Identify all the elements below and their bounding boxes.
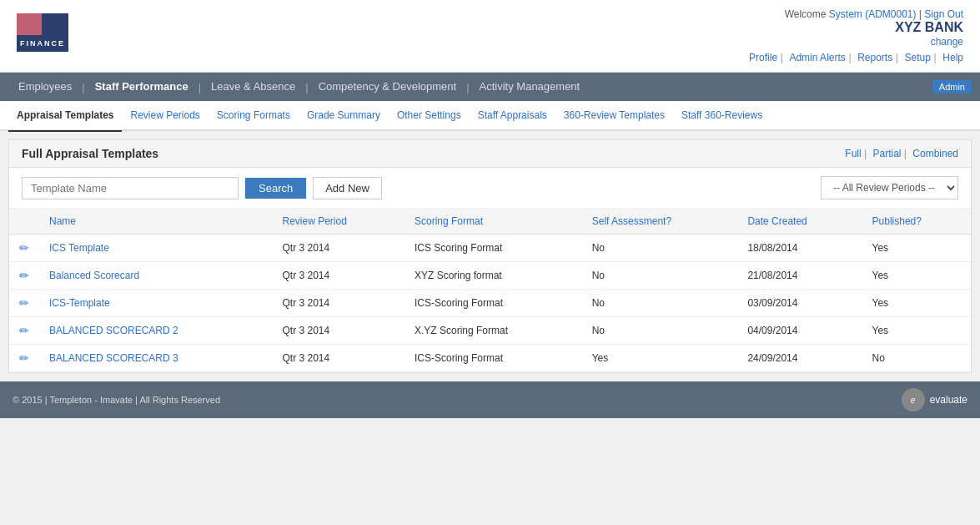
template-name-link[interactable]: ICS-Template [49,297,110,309]
logo-area: FINANCE [17,13,75,59]
view-full-link[interactable]: Full [845,148,861,159]
cell-name: ICS Template [39,235,272,262]
tab-review-periods[interactable]: Review Periods [122,100,208,130]
nav-leave-absence[interactable]: Leave & Absence [201,73,305,101]
edit-icon[interactable]: ✏ [19,241,29,255]
tab-appraisal-templates[interactable]: Appraisal Templates [8,100,122,132]
th-edit [9,209,39,235]
edit-icon-cell[interactable]: ✏ [9,262,39,290]
welcome-line: Welcome System (ADM0001) | Sign Out [746,8,963,20]
cell-date-created: 04/09/2014 [737,317,862,345]
cell-self-assessment: No [582,262,738,290]
cell-self-assessment: No [582,235,738,262]
footer-brand: evaluate [930,394,967,406]
top-nav: Profile | Admin Alerts | Reports | Setup… [746,51,963,63]
cell-review-period: Qtr 3 2014 [272,317,405,345]
table-row: ✏ BALANCED SCORECARD 2 Qtr 3 2014 X.YZ S… [9,317,971,345]
change-link[interactable]: change [931,36,963,48]
search-input[interactable] [22,177,239,199]
table-container: Name Review Period Scoring Format Self A… [9,209,971,372]
th-published[interactable]: Published? [862,209,971,235]
edit-icon[interactable]: ✏ [19,296,29,310]
cell-self-assessment: No [582,290,738,317]
edit-icon-cell[interactable]: ✏ [9,345,39,372]
th-scoring-format[interactable]: Scoring Format [405,209,582,235]
add-new-button[interactable]: Add New [313,177,382,199]
page-footer: © 2015 | Templeton - Imavate | All Right… [0,381,980,418]
template-name-link[interactable]: BALANCED SCORECARD 3 [49,352,178,364]
sign-out-link[interactable]: Sign Out [924,8,963,20]
footer-logo: e evaluate [902,388,967,411]
template-name-link[interactable]: BALANCED SCORECARD 2 [49,325,178,336]
nav-staff-performance[interactable]: Staff Performance [85,73,199,101]
main-nav: Employees | Staff Performance | Leave & … [0,73,980,101]
cell-name: ICS-Template [39,290,272,317]
edit-icon[interactable]: ✏ [19,269,29,282]
admin-badge: Admin [932,80,972,93]
th-date-created[interactable]: Date Created [737,209,862,235]
content-header: Full Appraisal Templates Full | Partial … [9,140,971,168]
edit-icon-cell[interactable]: ✏ [9,235,39,262]
tab-staff-360-reviews[interactable]: Staff 360-Reviews [673,100,771,130]
header-right: Welcome System (ADM0001) | Sign Out XYZ … [746,8,963,63]
cell-review-period: Qtr 3 2014 [272,262,405,290]
cell-name: BALANCED SCORECARD 3 [39,345,272,372]
cell-name: Balanced Scorecard [39,262,272,290]
page-header: FINANCE Welcome System (ADM0001) | Sign … [0,0,980,73]
view-links: Full | Partial | Combined [842,148,958,159]
review-period-select[interactable]: -- All Review Periods -- [821,176,958,199]
sub-nav: Appraisal Templates Review Periods Scori… [0,101,980,131]
help-link[interactable]: Help [942,52,963,63]
view-partial-link[interactable]: Partial [872,148,901,159]
tab-grade-summary[interactable]: Grade Summary [299,100,389,130]
cell-date-created: 24/09/2014 [737,345,862,372]
table-header-row: Name Review Period Scoring Format Self A… [9,209,971,235]
template-name-link[interactable]: ICS Template [49,242,109,254]
nav-activity[interactable]: Activity Management [470,73,591,101]
nav-competency[interactable]: Competency & Development [309,73,466,101]
cell-scoring-format: ICS Scoring Format [405,235,582,262]
logo-icon: FINANCE [17,13,75,59]
template-name-link[interactable]: Balanced Scorecard [49,270,139,281]
setup-link[interactable]: Setup [905,52,931,63]
logo-text: FINANCE [17,35,68,52]
cell-published: Yes [862,290,971,317]
tab-other-settings[interactable]: Other Settings [389,100,470,130]
view-combined-link[interactable]: Combined [912,148,958,159]
content-area: Full Appraisal Templates Full | Partial … [8,139,972,373]
cell-published: Yes [862,262,971,290]
cell-review-period: Qtr 3 2014 [272,290,405,317]
cell-scoring-format: ICS-Scoring Format [405,345,582,372]
cell-published: Yes [862,317,971,345]
tab-360-review-templates[interactable]: 360-Review Templates [555,100,673,130]
cell-date-created: 03/09/2014 [737,290,862,317]
table-row: ✏ ICS-Template Qtr 3 2014 ICS-Scoring Fo… [9,290,971,317]
th-self-assessment[interactable]: Self Assessment? [582,209,738,235]
th-review-period[interactable]: Review Period [272,209,405,235]
edit-icon[interactable]: ✏ [19,351,29,365]
edit-icon[interactable]: ✏ [19,324,29,337]
toolbar: Search Add New -- All Review Periods -- [9,168,971,209]
cell-scoring-format: ICS-Scoring Format [405,290,582,317]
th-name[interactable]: Name [39,209,272,235]
admin-alerts-link[interactable]: Admin Alerts [789,52,845,63]
company-name: XYZ BANK [746,20,963,35]
content-title: Full Appraisal Templates [22,147,158,160]
cell-published: No [862,345,971,372]
search-button[interactable]: Search [245,178,306,199]
evaluate-icon: e [902,388,925,411]
user-link[interactable]: System (ADM0001) [829,8,917,20]
table-row: ✏ ICS Template Qtr 3 2014 ICS Scoring Fo… [9,235,971,262]
edit-icon-cell[interactable]: ✏ [9,290,39,317]
tab-staff-appraisals[interactable]: Staff Appraisals [470,100,555,130]
nav-employees[interactable]: Employees [8,73,82,101]
cell-self-assessment: Yes [582,345,738,372]
cell-date-created: 21/08/2014 [737,262,862,290]
edit-icon-cell[interactable]: ✏ [9,317,39,345]
cell-review-period: Qtr 3 2014 [272,345,405,372]
table-row: ✏ BALANCED SCORECARD 3 Qtr 3 2014 ICS-Sc… [9,345,971,372]
tab-scoring-formats[interactable]: Scoring Formats [209,100,299,130]
profile-link[interactable]: Profile [749,52,777,63]
cell-published: Yes [862,235,971,262]
reports-link[interactable]: Reports [857,52,892,63]
